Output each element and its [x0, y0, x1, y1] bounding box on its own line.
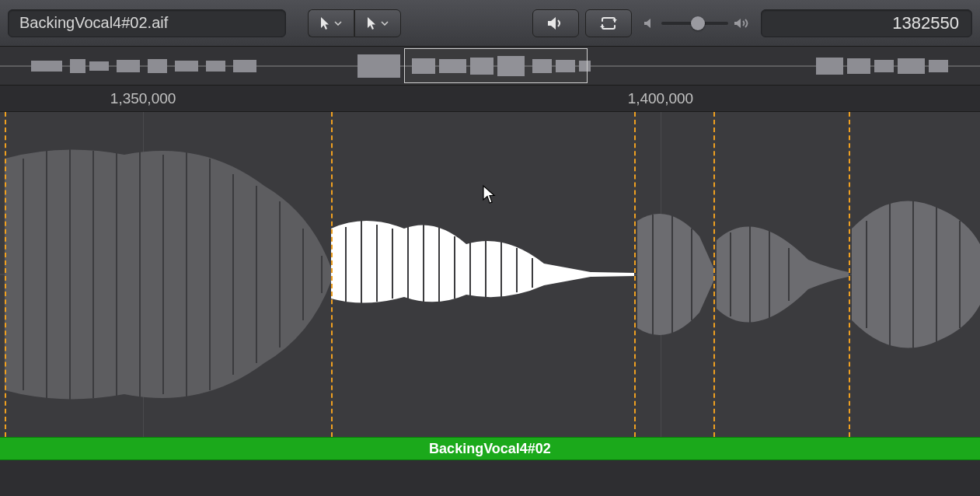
svg-rect-2	[70, 59, 85, 73]
pointer-icon	[320, 16, 331, 30]
preview-button[interactable]	[532, 9, 579, 37]
svg-rect-19	[874, 60, 894, 72]
filename-text: BackingVocal4#02.aif	[19, 14, 168, 32]
left-tool-selector	[308, 9, 401, 37]
time-ruler[interactable]: 1,350,000 1,400,000	[0, 86, 980, 112]
transient-marker[interactable]	[5, 112, 6, 437]
playhead-position-text: 1382550	[892, 13, 959, 33]
volume-slider-track[interactable]	[661, 22, 728, 25]
volume-slider-thumb[interactable]	[691, 16, 705, 30]
svg-rect-7	[206, 61, 225, 72]
chevron-down-icon	[381, 21, 389, 26]
transient-marker[interactable]	[713, 112, 715, 437]
main-waveform-graphic	[0, 112, 980, 437]
cycle-icon	[599, 16, 618, 30]
svg-rect-21	[929, 60, 948, 72]
cycle-button[interactable]	[585, 9, 632, 37]
transient-marker[interactable]	[331, 112, 333, 437]
main-waveform-area[interactable]	[0, 112, 980, 437]
right-tool-button[interactable]	[354, 9, 401, 37]
waveform-overview[interactable]	[0, 47, 980, 86]
svg-rect-3	[89, 61, 109, 71]
svg-rect-6	[175, 61, 198, 72]
left-tool-button[interactable]	[308, 9, 354, 37]
svg-rect-8	[233, 60, 256, 72]
svg-rect-4	[117, 60, 140, 72]
volume-high-icon	[733, 17, 750, 30]
toolbar: BackingVocal4#02.aif	[0, 0, 980, 47]
svg-rect-1	[31, 61, 62, 72]
chevron-down-icon	[334, 21, 342, 26]
svg-rect-17	[816, 58, 843, 75]
svg-rect-5	[148, 59, 167, 73]
region-name-bar[interactable]: BackingVocal4#02	[0, 437, 980, 460]
volume-low-icon	[643, 17, 657, 30]
svg-rect-20	[898, 58, 925, 74]
svg-rect-9	[357, 54, 400, 78]
playhead-position-field[interactable]: 1382550	[761, 9, 972, 37]
ruler-tick-label: 1,400,000	[628, 90, 694, 107]
overview-visible-window[interactable]	[404, 48, 588, 83]
region-name-text: BackingVocal4#02	[429, 441, 551, 457]
transient-marker[interactable]	[849, 112, 850, 437]
speaker-icon	[546, 16, 565, 31]
filename-field[interactable]: BackingVocal4#02.aif	[8, 9, 286, 37]
footer-strip	[0, 460, 980, 496]
svg-rect-18	[847, 58, 870, 74]
volume-control	[638, 17, 755, 30]
transient-marker[interactable]	[634, 112, 636, 437]
pointer-icon	[367, 16, 378, 30]
ruler-tick-label: 1,350,000	[110, 90, 176, 107]
